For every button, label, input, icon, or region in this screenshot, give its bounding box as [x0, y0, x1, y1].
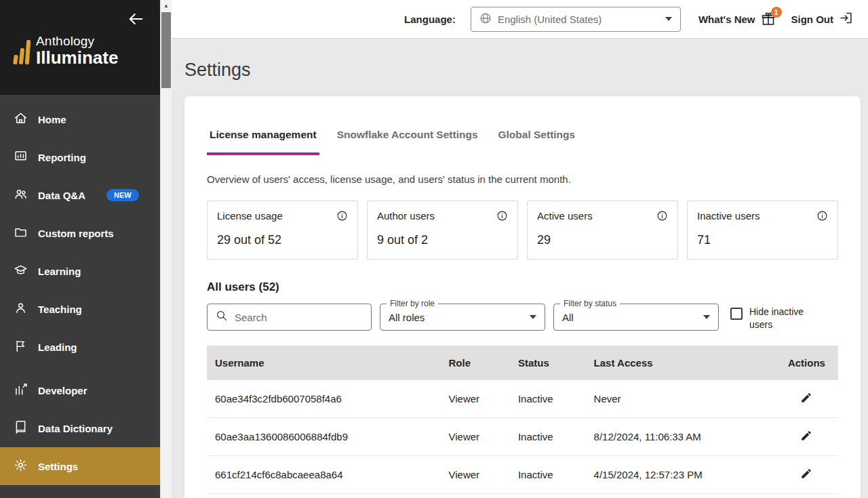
header-actions: Actions	[775, 346, 838, 380]
hide-inactive-checkbox[interactable]	[730, 308, 743, 320]
filter-by-status-select[interactable]: Filter by status All	[553, 304, 719, 331]
stat-label: License usage	[217, 210, 283, 222]
collapse-sidebar-button[interactable]	[126, 9, 145, 28]
vertical-scrollbar: ▲	[160, 0, 172, 498]
language-value: English (United States)	[498, 14, 601, 25]
stat-card-license-usage: License usage 29 out of 52	[207, 201, 358, 260]
leading-flag-icon	[14, 339, 28, 355]
stat-card-inactive-users: Inactive users 71	[687, 201, 838, 260]
chevron-down-icon	[665, 17, 672, 21]
filter-by-role-select[interactable]: Filter by role All roles	[380, 304, 545, 331]
stat-card-author-users: Author users 9 out of 2	[367, 201, 518, 260]
search-input[interactable]	[235, 312, 363, 323]
tab-snowflake-account-settings[interactable]: Snowflake Account Settings	[334, 129, 481, 155]
sidebar-item-data-qa[interactable]: Data Q&A NEW	[0, 176, 160, 214]
content-area: Settings License management Snowflake Ac…	[172, 39, 868, 498]
topbar: Language: English (United States) What's…	[172, 0, 868, 39]
cell-last-access: 8/12/2024, 11:06:33 AM	[586, 417, 775, 455]
sidebar-item-label: Custom reports	[38, 228, 114, 239]
tab-global-settings[interactable]: Global Settings	[496, 129, 578, 155]
stat-value: 9 out of 2	[377, 233, 508, 247]
anthology-illuminate-logo: Anthology Illuminate	[14, 34, 146, 67]
cell-last-access: 4/15/2024, 12:57:23 PM	[586, 455, 775, 493]
edit-pencil-icon[interactable]	[800, 430, 812, 442]
sidebar-item-label: Leading	[38, 341, 77, 353]
header-last-access: Last Access	[586, 346, 775, 380]
sidebar-item-label: Reporting	[38, 152, 86, 163]
sidebar-item-teaching[interactable]: Teaching	[0, 290, 160, 328]
home-icon	[14, 111, 28, 127]
sidebar-header: Anthology Illuminate	[0, 0, 160, 95]
info-icon[interactable]	[336, 210, 348, 222]
teaching-person-icon	[14, 301, 28, 317]
header-role: Role	[440, 346, 509, 380]
stat-cards: License usage 29 out of 52 Author users …	[207, 201, 838, 260]
chevron-down-icon	[530, 315, 536, 319]
scrollbar-up-arrow[interactable]: ▲	[161, 0, 172, 11]
info-icon[interactable]	[496, 210, 508, 222]
cell-status: Inactive	[510, 417, 586, 455]
edit-pencil-icon[interactable]	[800, 392, 812, 404]
sidebar-item-developer[interactable]: Developer	[0, 371, 160, 409]
cell-role: Viewer	[440, 417, 509, 455]
sign-out-icon	[839, 11, 853, 27]
table-header-row: Username Role Status Last Access Actions	[207, 346, 838, 380]
info-icon[interactable]	[656, 210, 668, 222]
sidebar-item-learning[interactable]: Learning	[0, 252, 160, 290]
sign-out-label: Sign Out	[791, 14, 834, 25]
edit-pencil-icon[interactable]	[800, 468, 812, 480]
header-status: Status	[510, 346, 586, 380]
filter-status-label: Filter by status	[560, 299, 620, 308]
overview-description: Overview of users' access, license usage…	[207, 173, 838, 185]
filter-role-value: All roles	[389, 312, 425, 323]
sign-out-button[interactable]: Sign Out	[791, 11, 854, 27]
sidebar-item-leading[interactable]: Leading	[0, 328, 160, 366]
stat-value: 29	[537, 233, 668, 247]
stat-label: Author users	[377, 210, 435, 222]
header-username: Username	[207, 346, 440, 380]
data-qa-people-icon	[14, 187, 28, 203]
scrollbar-thumb[interactable]	[161, 12, 171, 88]
logo-line1: Anthology	[36, 34, 118, 49]
sidebar-item-home[interactable]: Home	[0, 100, 160, 138]
table-row: 60ae34f3c2fdb6007058f4a6 Viewer Inactive…	[207, 380, 838, 418]
back-arrow-icon	[126, 9, 145, 28]
sidebar-item-custom-reports[interactable]: Custom reports	[0, 214, 160, 252]
settings-tabs: License management Snowflake Account Set…	[207, 129, 838, 155]
stat-label: Active users	[537, 210, 593, 222]
stat-label: Inactive users	[697, 210, 760, 222]
filter-role-label: Filter by role	[387, 299, 438, 308]
sidebar: Anthology Illuminate Home Reporting Data…	[0, 0, 160, 498]
gear-icon	[14, 458, 28, 474]
reporting-icon	[14, 149, 28, 165]
table-controls: Filter by role All roles Filter by statu…	[207, 304, 838, 331]
hide-inactive-control: Hide inactive users	[730, 304, 809, 331]
sidebar-item-label: Home	[38, 114, 66, 125]
logo-line2: Illuminate	[36, 49, 118, 67]
globe-icon	[479, 12, 492, 26]
language-select[interactable]: English (United States)	[471, 7, 681, 32]
cell-status: Inactive	[510, 455, 586, 493]
all-users-heading: All users (52)	[207, 281, 838, 294]
sidebar-item-label: Learning	[38, 266, 81, 277]
gift-icon	[760, 18, 776, 29]
sidebar-item-label: Settings	[38, 461, 78, 472]
sidebar-item-data-dictionary[interactable]: Data Dictionary	[0, 409, 160, 447]
table-row: 60ae3aa1360086006884fdb9 Viewer Inactive…	[207, 417, 838, 455]
whats-new-label: What's New	[698, 14, 755, 25]
stat-value: 71	[697, 233, 828, 247]
cell-last-access: Never	[586, 380, 775, 418]
whats-new-button[interactable]: What's New 1	[698, 11, 776, 27]
sidebar-nav: Home Reporting Data Q&A NEW Custom repor…	[0, 95, 160, 498]
stat-card-active-users: Active users 29	[527, 201, 678, 260]
info-icon[interactable]	[816, 210, 828, 222]
sidebar-item-reporting[interactable]: Reporting	[0, 138, 160, 176]
sidebar-item-label: Data Dictionary	[38, 423, 113, 434]
tab-license-management[interactable]: License management	[207, 129, 319, 155]
filter-status-value: All	[562, 312, 574, 323]
cell-role: Viewer	[440, 455, 509, 493]
developer-chart-icon	[14, 382, 28, 398]
sidebar-item-settings[interactable]: Settings	[0, 447, 160, 485]
folder-icon	[14, 225, 28, 241]
app-window: Anthology Illuminate Home Reporting Data…	[0, 0, 868, 498]
